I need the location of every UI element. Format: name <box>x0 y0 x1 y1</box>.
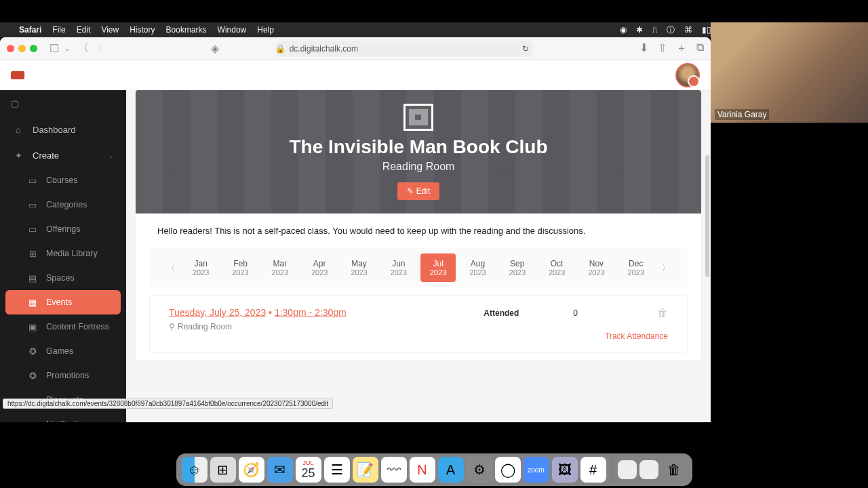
event-date-link[interactable]: Tuesday, July 25, 2023 <box>169 307 266 318</box>
record-icon[interactable]: ◉ <box>620 25 627 35</box>
sidebar-item-events[interactable]: ▦Events <box>5 290 121 314</box>
month-may[interactable]: May2023 <box>341 253 376 282</box>
month-mar[interactable]: Mar2023 <box>262 253 298 282</box>
sidebar-item-content-fortress[interactable]: ▣Content Fortress <box>0 314 126 339</box>
dock-chrome[interactable]: ◯ <box>495 457 521 483</box>
share-icon[interactable]: ⇧ <box>658 41 667 56</box>
month-feb[interactable]: Feb2023 <box>222 253 258 282</box>
battery-icon[interactable]: ▮▯ <box>702 25 711 35</box>
edit-button[interactable]: ✎ Edit <box>397 182 440 200</box>
sidebar-item-promotions[interactable]: ✪Promotions <box>0 363 126 388</box>
new-tab-icon[interactable]: ＋ <box>676 41 687 56</box>
dock-news[interactable]: N <box>410 457 435 483</box>
menu-extra-icon[interactable]: ⎍ <box>652 25 657 35</box>
settings-icon[interactable]: ✱ <box>636 25 643 35</box>
dock-zoom[interactable]: zoom <box>524 457 549 483</box>
home-icon: ⌂ <box>12 123 24 136</box>
dock-notes[interactable]: 📝 <box>353 457 378 483</box>
dock-mail[interactable]: ✉ <box>267 457 293 483</box>
dock-calendar[interactable]: JUL25 <box>296 457 321 483</box>
track-attendance-link[interactable]: Track Attendance <box>605 331 668 341</box>
month-apr[interactable]: Apr2023 <box>302 253 337 282</box>
dock-finder[interactable]: ☺ <box>182 457 208 483</box>
sidebar-item-spaces[interactable]: ▤Spaces <box>0 266 126 290</box>
edit-label: Edit <box>416 186 431 196</box>
sidebar-item-label: Games <box>46 346 73 356</box>
month-prev-button[interactable]: 〈 <box>163 260 179 277</box>
dock-freeform[interactable]: 〰 <box>381 457 407 483</box>
downloads-icon[interactable]: ⬇ <box>639 41 648 56</box>
sidebar-item-categories[interactable]: ▭Categories <box>0 192 126 217</box>
bluetooth-icon[interactable]: ⌘ <box>684 25 692 35</box>
month-dec[interactable]: Dec2023 <box>618 253 654 282</box>
sidebar-item-label: Content Fortress <box>46 322 109 331</box>
month-aug[interactable]: Aug2023 <box>460 253 495 282</box>
info-icon[interactable]: ⓘ <box>667 24 675 36</box>
menubar-app[interactable]: Safari <box>19 25 41 35</box>
menu-bookmarks[interactable]: Bookmarks <box>166 25 207 35</box>
user-avatar[interactable] <box>675 63 700 87</box>
sidebar-item-label: Promotions <box>46 371 89 380</box>
dock-slack[interactable]: # <box>580 457 606 483</box>
shield-icon: ▣ <box>27 321 38 332</box>
year-label: 2023 <box>502 268 532 277</box>
dock-settings[interactable]: ⚙ <box>467 457 492 483</box>
sidebar-collapse-icon[interactable]: ▢ <box>0 90 126 117</box>
minimize-button[interactable] <box>18 45 26 52</box>
month-jan[interactable]: Jan2023 <box>183 253 218 282</box>
shield-icon[interactable]: ◈ <box>211 42 219 55</box>
dropdown-icon[interactable]: ⌄ <box>64 45 70 52</box>
month-jul[interactable]: Jul2023 <box>420 253 456 282</box>
month-oct[interactable]: Oct2023 <box>539 253 574 282</box>
tag-icon: ▭ <box>27 224 38 235</box>
url-bar[interactable]: 🔒 dc.digitalchalk.com ↻ <box>275 41 533 57</box>
delete-icon[interactable]: 🗑 <box>657 307 668 319</box>
event-occurrence-link[interactable]: Tuesday, July 25, 2023 • 1:30pm - 2:30pm <box>169 307 484 318</box>
sidebar-item-dashboard[interactable]: ⌂ Dashboard <box>0 117 126 142</box>
sidebar-item-notifications[interactable]: ✉Notifications <box>0 412 126 422</box>
month-sep[interactable]: Sep2023 <box>500 253 535 282</box>
month-label: Sep <box>502 259 532 268</box>
sidebar-item-label: Spaces <box>46 273 75 283</box>
dock-preview[interactable]: 🖼 <box>552 457 578 483</box>
dock-trash[interactable]: 🗑 <box>661 457 687 483</box>
sidebar-item-create[interactable]: ✦ Create ⌄ <box>0 142 126 168</box>
event-title: The Invisible Man Book Club <box>289 136 547 158</box>
month-label: Feb <box>225 259 255 268</box>
menu-edit[interactable]: Edit <box>77 25 91 35</box>
menu-view[interactable]: View <box>101 25 119 35</box>
dock-reminders[interactable]: ☰ <box>324 457 350 483</box>
forward-button[interactable]: 〉 <box>94 40 111 57</box>
sidebar-toggle-icon[interactable]: ☐ <box>50 42 59 55</box>
menu-file[interactable]: File <box>52 25 65 35</box>
close-button[interactable] <box>7 45 14 52</box>
month-next-button[interactable]: 〉 <box>658 260 674 277</box>
reload-icon[interactable]: ↻ <box>522 44 533 54</box>
dock-safari[interactable]: 🧭 <box>239 457 264 483</box>
menu-window[interactable]: Window <box>218 25 247 35</box>
menu-history[interactable]: History <box>130 25 155 35</box>
sidebar-item-media-library[interactable]: ⊞Media Library <box>0 241 126 266</box>
sidebar-item-games[interactable]: ✪Games <box>0 339 126 363</box>
url-text: dc.digitalchalk.com <box>290 44 358 54</box>
building-icon <box>403 104 433 131</box>
dock-launchpad[interactable]: ⊞ <box>210 457 236 483</box>
dock-appstore[interactable]: A <box>438 457 464 483</box>
app-logo[interactable] <box>11 71 24 79</box>
month-jun[interactable]: Jun2023 <box>381 253 416 282</box>
dock-recent-1[interactable] <box>618 460 637 479</box>
sidebar-item-courses[interactable]: ▭Courses <box>0 168 126 192</box>
back-button[interactable]: 〈 <box>75 40 92 57</box>
maximize-button[interactable] <box>30 45 37 52</box>
dock-recent-2[interactable] <box>639 460 658 479</box>
month-nov[interactable]: Nov2023 <box>578 253 614 282</box>
menu-help[interactable]: Help <box>257 25 274 35</box>
sidebar-item-offerings[interactable]: ▭Offerings <box>0 217 126 241</box>
sidebar-label: Dashboard <box>33 125 76 135</box>
event-time-link[interactable]: 1:30pm - 2:30pm <box>275 307 347 318</box>
window-controls <box>7 45 37 52</box>
sidebar-item-label: Events <box>46 298 72 307</box>
tabs-icon[interactable]: ⧉ <box>696 41 704 56</box>
scrollbar[interactable] <box>705 155 709 277</box>
year-label: 2023 <box>265 268 295 277</box>
